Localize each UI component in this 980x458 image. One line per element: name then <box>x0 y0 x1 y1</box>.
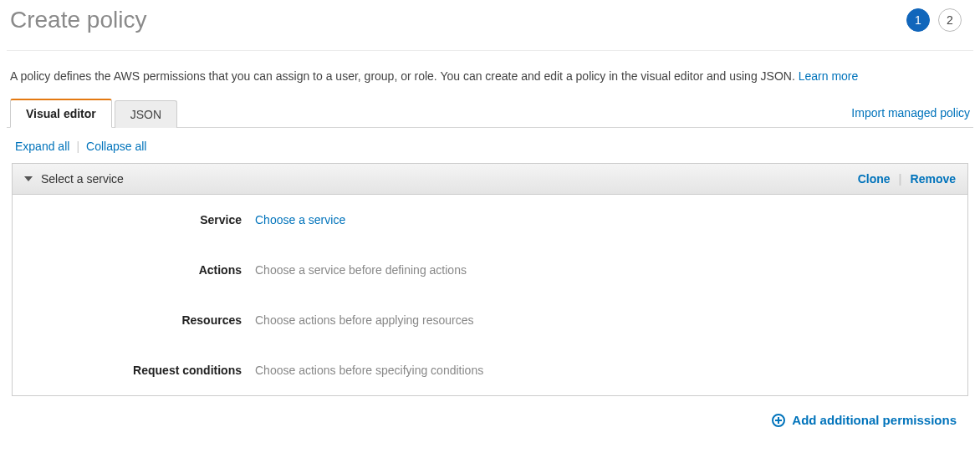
label-conditions: Request conditions <box>13 364 255 377</box>
label-resources: Resources <box>13 313 255 327</box>
add-additional-permissions-button[interactable]: Add additional permissions <box>772 413 957 427</box>
tab-json[interactable]: JSON <box>115 100 177 128</box>
step-2[interactable]: 2 <box>938 8 962 32</box>
add-permissions-label: Add additional permissions <box>792 413 957 427</box>
panel-body: Service Choose a service Actions Choose … <box>13 195 967 395</box>
caret-down-icon <box>24 176 33 181</box>
label-service: Service <box>13 213 255 226</box>
clone-button[interactable]: Clone <box>858 172 891 186</box>
row-actions: Actions Choose a service before defining… <box>13 245 967 295</box>
row-service: Service Choose a service <box>13 195 967 245</box>
divider: | <box>899 172 902 186</box>
editor-tabs: Visual editor JSON <box>10 98 180 127</box>
tab-visual-editor[interactable]: Visual editor <box>10 99 112 128</box>
row-resources: Resources Choose actions before applying… <box>13 295 967 345</box>
wizard-steps: 1 2 <box>906 8 970 32</box>
plus-circle-icon <box>772 414 785 427</box>
actions-placeholder: Choose a service before defining actions <box>255 263 467 277</box>
resources-placeholder: Choose actions before applying resources <box>255 313 474 327</box>
panel-title: Select a service <box>41 172 124 186</box>
page-title: Create policy <box>10 7 146 33</box>
choose-service-link[interactable]: Choose a service <box>255 213 345 226</box>
collapse-all-link[interactable]: Collapse all <box>86 140 146 153</box>
import-managed-policy-link[interactable]: Import managed policy <box>851 106 970 120</box>
divider: | <box>76 140 79 153</box>
remove-button[interactable]: Remove <box>911 172 956 186</box>
policy-description: A policy defines the AWS permissions tha… <box>7 51 973 98</box>
permission-panel: Select a service Clone | Remove Service … <box>12 163 968 396</box>
panel-header[interactable]: Select a service Clone | Remove <box>13 164 967 195</box>
description-text: A policy defines the AWS permissions tha… <box>10 69 799 83</box>
label-actions: Actions <box>13 263 255 277</box>
row-conditions: Request conditions Choose actions before… <box>13 345 967 395</box>
expand-all-link[interactable]: Expand all <box>15 140 69 153</box>
learn-more-link[interactable]: Learn more <box>799 69 859 83</box>
step-1[interactable]: 1 <box>906 8 930 32</box>
conditions-placeholder: Choose actions before specifying conditi… <box>255 364 483 377</box>
